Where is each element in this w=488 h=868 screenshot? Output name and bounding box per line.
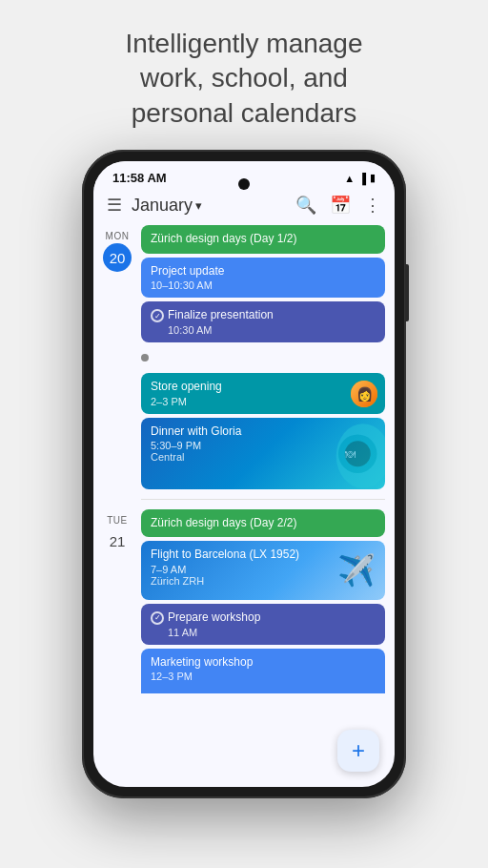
dropdown-arrow-icon: ▾: [195, 198, 202, 213]
event-project-update[interactable]: Project update 10–10:30 AM: [141, 258, 385, 299]
phone-frame: 11:58 AM ▲ ▐ ▮ ☰ January ▾ 🔍 📅 ⋮: [82, 150, 406, 798]
event-title: Marketing workshop: [151, 655, 376, 671]
event-sub: Zürich ZRH: [151, 575, 376, 587]
day-section-tuesday: Tue 21 Zürich design days (Day 2/2) ✈️ F…: [93, 506, 395, 698]
event-title: Zürich design days (Day 1/2): [151, 232, 376, 247]
event-zurich-2[interactable]: Zürich design days (Day 2/2): [141, 509, 385, 538]
menu-icon[interactable]: ☰: [107, 195, 122, 216]
month-selector[interactable]: January ▾: [132, 196, 295, 216]
event-check-row: ✓ Finalize presentation: [151, 308, 376, 323]
signal-icon: ▐: [358, 173, 366, 184]
event-prepare-workshop[interactable]: ✓ Prepare workshop 11 AM: [141, 604, 385, 645]
check-icon: ✓: [151, 611, 164, 625]
top-bar-actions: 🔍 📅 ⋮: [295, 195, 381, 216]
tagline: Intelligently manage work, school, and p…: [87, 0, 400, 150]
event-time: 10:30 AM: [151, 324, 376, 336]
top-bar: ☰ January ▾ 🔍 📅 ⋮: [93, 189, 395, 221]
event-marketing-workshop[interactable]: Marketing workshop 12–3 PM: [141, 649, 385, 694]
check-icon: ✓: [151, 309, 164, 322]
camera-hole: [238, 178, 250, 190]
event-sub: Central: [151, 451, 376, 463]
day-label-tue: Tue 21: [93, 509, 141, 694]
event-title: Finalize presentation: [168, 308, 274, 323]
day-number-20: 20: [103, 243, 132, 272]
day-number-21: 21: [103, 527, 132, 556]
calendar-today-icon[interactable]: 📅: [330, 195, 351, 216]
event-check-row: ✓ Prepare workshop: [151, 610, 376, 626]
battery-icon: ▮: [370, 172, 376, 184]
event-dinner-gloria[interactable]: 🍽 Dinner with Gloria 5:30–9 PM Central: [141, 418, 385, 489]
day-section-monday: Mon 20 Zürich design days (Day 1/2) Proj…: [93, 221, 395, 492]
event-title: Prepare workshop: [168, 610, 260, 626]
event-store-opening[interactable]: Store opening 2–3 PM 👩: [141, 373, 385, 414]
day-separator: [93, 493, 395, 506]
event-time: 11 AM: [151, 627, 376, 638]
phone-screen: 11:58 AM ▲ ▐ ▮ ☰ January ▾ 🔍 📅 ⋮: [93, 161, 395, 787]
event-zurich-1[interactable]: Zürich design days (Day 1/2): [141, 225, 385, 254]
event-title: Store opening: [151, 380, 376, 395]
calendar-content: Mon 20 Zürich design days (Day 1/2) Proj…: [93, 221, 395, 771]
event-flight-barcelona[interactable]: ✈️ Flight to Barcelona (LX 1952) 7–9 AM …: [141, 541, 385, 600]
event-time: 2–3 PM: [151, 396, 376, 407]
event-finalize[interactable]: ✓ Finalize presentation 10:30 AM: [141, 301, 385, 342]
event-title: Project update: [151, 264, 376, 279]
event-time: 10–10:30 AM: [151, 279, 376, 291]
status-icons: ▲ ▐ ▮: [344, 172, 376, 184]
timeline-dot: [141, 354, 149, 362]
avatar-image: 👩: [351, 381, 377, 407]
more-vert-icon[interactable]: ⋮: [364, 195, 381, 216]
fab-add-button[interactable]: +: [337, 730, 379, 772]
day-name-mon: Mon: [106, 231, 130, 241]
event-time: 12–3 PM: [151, 671, 376, 682]
event-time: 5:30–9 PM: [151, 440, 376, 451]
day-name-tue: Tue: [107, 515, 128, 526]
phone-mockup: 11:58 AM ▲ ▐ ▮ ☰ January ▾ 🔍 📅 ⋮: [82, 150, 406, 798]
events-tue: Zürich design days (Day 2/2) ✈️ Flight t…: [141, 509, 395, 694]
avatar: 👩: [351, 381, 377, 407]
day-label-mon: Mon 20: [93, 225, 141, 488]
search-icon[interactable]: 🔍: [295, 195, 316, 216]
status-time: 11:58 AM: [112, 171, 167, 185]
events-mon: Zürich design days (Day 1/2) Project upd…: [141, 225, 395, 488]
event-time: 7–9 AM: [151, 564, 376, 575]
wifi-icon: ▲: [344, 173, 355, 184]
event-title: Zürich design days (Day 2/2): [151, 516, 376, 531]
